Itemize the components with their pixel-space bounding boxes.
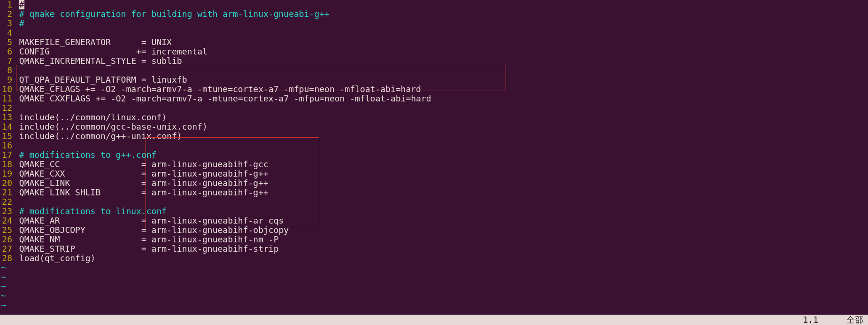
code-line[interactable]: 25 QMAKE_OBJCOPY = arm-linux-gnueabihf-o…: [0, 225, 868, 235]
line-number: 27: [0, 244, 14, 254]
code-line[interactable]: 1 #: [0, 0, 868, 9]
code-text: CONFIG += incremental: [19, 46, 207, 56]
vim-editor[interactable]: 1 #2 # qmake configuration for building …: [0, 0, 868, 325]
code-text: include(../common/g++-unix.conf): [19, 131, 182, 141]
line-content[interactable]: [14, 28, 19, 38]
code-text: QMAKE_CXXFLAGS += -O2 -march=armv7-a -mt…: [19, 93, 431, 103]
line-number: 5: [0, 38, 14, 47]
code-line[interactable]: 13 include(../common/linux.conf): [0, 113, 868, 122]
line-number: 18: [0, 160, 14, 169]
code-line[interactable]: 11 QMAKE_CXXFLAGS += -O2 -march=armv7-a …: [0, 94, 868, 103]
code-text: QMAKE_LINK_SHLIB = arm-linux-gnueabihf-g…: [19, 187, 269, 197]
line-content[interactable]: [14, 66, 19, 75]
comment-text: #: [19, 18, 24, 28]
tilde-line: ~: [0, 282, 868, 291]
code-line[interactable]: 23 # modifications to linux.conf: [0, 207, 868, 216]
code-line[interactable]: 3 #: [0, 19, 868, 28]
code-line[interactable]: 26 QMAKE_NM = arm-linux-gnueabihf-nm -P: [0, 235, 868, 244]
line-content[interactable]: # modifications to g++.conf: [14, 150, 156, 160]
code-text: QMAKE_CFLAGS += -O2 -march=armv7-a -mtun…: [19, 84, 421, 94]
line-content[interactable]: QT_QPA_DEFAULT_PLATFORM = linuxfb: [14, 75, 187, 85]
code-line[interactable]: 17 # modifications to g++.conf: [0, 150, 868, 160]
code-text: include(../common/linux.conf): [19, 112, 167, 122]
line-content[interactable]: [14, 103, 19, 113]
line-content[interactable]: QMAKE_LINK = arm-linux-gnueabihf-g++: [14, 178, 269, 188]
code-line[interactable]: 18 QMAKE_CC = arm-linux-gnueabihf-gcc: [0, 160, 868, 169]
line-content[interactable]: #: [14, 19, 24, 28]
code-text: QMAKE_NM = arm-linux-gnueabihf-nm -P: [19, 234, 279, 244]
code-line[interactable]: 8: [0, 66, 868, 75]
line-content[interactable]: include(../common/gcc-base-unix.conf): [14, 122, 207, 132]
line-content[interactable]: QMAKE_CC = arm-linux-gnueabihf-gcc: [14, 160, 269, 169]
line-content[interactable]: [14, 141, 19, 150]
code-line[interactable]: 15 include(../common/g++-unix.conf): [0, 132, 868, 141]
code-line[interactable]: 20 QMAKE_LINK = arm-linux-gnueabihf-g++: [0, 178, 868, 188]
line-number: 15: [0, 132, 14, 141]
line-content[interactable]: QMAKE_CFLAGS += -O2 -march=armv7-a -mtun…: [14, 85, 421, 94]
code-line[interactable]: 6 CONFIG += incremental: [0, 47, 868, 56]
cursor: #: [19, 0, 24, 9]
line-number: 9: [0, 75, 14, 85]
code-line[interactable]: 10 QMAKE_CFLAGS += -O2 -march=armv7-a -m…: [0, 85, 868, 94]
line-content[interactable]: QMAKE_CXX = arm-linux-gnueabihf-g++: [14, 169, 269, 178]
line-content[interactable]: CONFIG += incremental: [14, 47, 207, 56]
line-content[interactable]: load(qt_config): [14, 254, 95, 263]
code-text: QMAKE_LINK = arm-linux-gnueabihf-g++: [19, 178, 269, 188]
line-content[interactable]: #: [14, 0, 24, 9]
line-number: 23: [0, 207, 14, 216]
line-content[interactable]: MAKEFILE_GENERATOR = UNIX: [14, 38, 172, 47]
line-content[interactable]: QMAKE_NM = arm-linux-gnueabihf-nm -P: [14, 235, 279, 244]
line-content[interactable]: # qmake configuration for building with …: [14, 9, 330, 19]
code-line[interactable]: 28 load(qt_config): [0, 254, 868, 263]
line-content[interactable]: QMAKE_STRIP = arm-linux-gnueabihf-strip: [14, 244, 279, 254]
code-line[interactable]: 14 include(../common/gcc-base-unix.conf): [0, 122, 868, 132]
line-number: 7: [0, 56, 14, 66]
line-number: 28: [0, 254, 14, 263]
code-text: QMAKE_CXX = arm-linux-gnueabihf-g++: [19, 169, 269, 178]
code-line[interactable]: 2 # qmake configuration for building wit…: [0, 9, 868, 19]
line-number: 13: [0, 113, 14, 122]
line-content[interactable]: include(../common/linux.conf): [14, 113, 167, 122]
line-content[interactable]: QMAKE_OBJCOPY = arm-linux-gnueabihf-objc…: [14, 225, 289, 235]
line-number: 1: [0, 0, 14, 9]
code-line[interactable]: 16: [0, 141, 868, 150]
vim-status-bar: 1,1 全部: [0, 315, 868, 325]
line-content[interactable]: include(../common/g++-unix.conf): [14, 132, 182, 141]
comment-text: # modifications to linux.conf: [19, 206, 167, 216]
line-content[interactable]: QMAKE_LINK_SHLIB = arm-linux-gnueabihf-g…: [14, 188, 269, 197]
tilde-line: ~: [0, 291, 868, 301]
code-line[interactable]: 4: [0, 28, 868, 38]
code-text: QMAKE_OBJCOPY = arm-linux-gnueabihf-objc…: [19, 225, 289, 235]
code-line[interactable]: 12: [0, 103, 868, 113]
code-area[interactable]: 1 #2 # qmake configuration for building …: [0, 0, 868, 263]
code-line[interactable]: 24 QMAKE_AR = arm-linux-gnueabihf-ar cqs: [0, 216, 868, 225]
tilde-line: ~: [0, 272, 868, 282]
line-number: 17: [0, 150, 14, 160]
code-line[interactable]: 9 QT_QPA_DEFAULT_PLATFORM = linuxfb: [0, 75, 868, 85]
line-number: 22: [0, 197, 14, 207]
line-number: 24: [0, 216, 14, 225]
line-content[interactable]: QMAKE_AR = arm-linux-gnueabihf-ar cqs: [14, 216, 284, 225]
code-line[interactable]: 19 QMAKE_CXX = arm-linux-gnueabihf-g++: [0, 169, 868, 178]
line-number: 21: [0, 188, 14, 197]
tilde-icon: ~: [0, 281, 6, 291]
code-line[interactable]: 5 MAKEFILE_GENERATOR = UNIX: [0, 38, 868, 47]
code-text: load(qt_config): [19, 253, 96, 263]
line-number: 11: [0, 94, 14, 103]
line-content[interactable]: QMAKE_CXXFLAGS += -O2 -march=armv7-a -mt…: [14, 94, 431, 103]
cursor-position: 1,1: [803, 315, 818, 325]
code-line[interactable]: 21 QMAKE_LINK_SHLIB = arm-linux-gnueabih…: [0, 188, 868, 197]
empty-lines-area: ~~~~~: [0, 263, 868, 310]
line-content[interactable]: QMAKE_INCREMENTAL_STYLE = sublib: [14, 56, 182, 66]
line-number: 2: [0, 9, 14, 19]
code-line[interactable]: 22: [0, 197, 868, 207]
line-number: 26: [0, 235, 14, 244]
code-line[interactable]: 27 QMAKE_STRIP = arm-linux-gnueabihf-str…: [0, 244, 868, 254]
tilde-line: ~: [0, 301, 868, 310]
code-text: QMAKE_STRIP = arm-linux-gnueabihf-strip: [19, 244, 279, 254]
code-line[interactable]: 7 QMAKE_INCREMENTAL_STYLE = sublib: [0, 56, 868, 66]
line-number: 3: [0, 19, 14, 28]
scroll-indicator: 全部: [846, 315, 863, 325]
line-content[interactable]: # modifications to linux.conf: [14, 207, 167, 216]
line-content[interactable]: [14, 197, 19, 207]
